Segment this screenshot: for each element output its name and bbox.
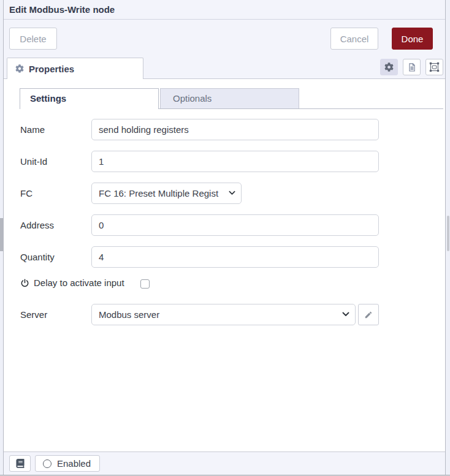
unit-id-input[interactable]: [91, 151, 379, 172]
settings-tab-bar: Settings Optionals: [20, 88, 443, 109]
address-row: Address: [4, 214, 445, 236]
delay-row: Delay to activate input: [4, 278, 445, 291]
edit-node-dialog: Edit Modbus-Write node Delete Cancel Don…: [3, 0, 446, 475]
tab-properties-label: Properties: [29, 64, 74, 74]
book-icon: [16, 459, 25, 468]
address-input[interactable]: [91, 214, 379, 236]
editor-tab-bar: Properties: [4, 56, 445, 79]
circle-toggle-icon: [43, 459, 51, 468]
enabled-toggle-button[interactable]: Enabled: [35, 455, 100, 472]
enabled-label: Enabled: [57, 458, 91, 469]
tab-properties[interactable]: Properties: [7, 58, 143, 79]
dialog-toolbar: Delete Cancel Done: [4, 20, 445, 56]
quantity-label: Quantity: [20, 246, 89, 268]
appearance-button[interactable]: [425, 59, 443, 75]
server-select[interactable]: Modbus server: [91, 304, 356, 325]
name-input[interactable]: [91, 119, 379, 140]
server-label: Server: [20, 304, 89, 325]
fc-select[interactable]: FC 16: Preset Multiple Regist: [91, 183, 242, 204]
pencil-icon: [364, 311, 373, 319]
appearance-frame-icon: [429, 62, 440, 72]
cancel-button[interactable]: Cancel: [330, 28, 378, 50]
quantity-row: Quantity: [4, 246, 445, 268]
name-label: Name: [20, 119, 89, 140]
edit-server-button[interactable]: [358, 304, 379, 325]
tab-optionals[interactable]: Optionals: [160, 88, 299, 108]
unit-id-row: Unit-Id: [4, 151, 445, 172]
node-docs-button[interactable]: [9, 455, 31, 472]
properties-view-button[interactable]: [380, 59, 398, 75]
properties-panel: Settings Optionals Name Unit-Id FC FC 16…: [4, 79, 445, 451]
delay-checkbox[interactable]: [140, 279, 150, 289]
dialog-footer: Enabled: [4, 451, 445, 475]
fc-row: FC FC 16: Preset Multiple Regist: [4, 183, 445, 204]
name-row: Name: [4, 119, 445, 140]
gear-icon: [15, 64, 24, 73]
unit-id-label: Unit-Id: [20, 151, 89, 172]
file-text-icon: [407, 62, 417, 72]
address-label: Address: [20, 214, 89, 236]
server-row: Server Modbus server: [4, 304, 445, 325]
fc-select-wrap: FC 16: Preset Multiple Regist: [91, 183, 242, 204]
done-button[interactable]: Done: [392, 28, 433, 50]
gear-icon: [384, 62, 394, 72]
tab-settings[interactable]: Settings: [20, 88, 159, 109]
left-scrollbar-thumb[interactable]: [0, 218, 3, 251]
power-icon: [20, 278, 29, 288]
fc-label: FC: [20, 183, 89, 204]
description-button[interactable]: [403, 59, 421, 75]
right-scrollbar-thumb[interactable]: [447, 216, 449, 251]
delete-button[interactable]: Delete: [9, 28, 57, 50]
quantity-input[interactable]: [91, 246, 379, 268]
server-select-wrap: Modbus server: [91, 304, 356, 325]
page-title: Edit Modbus-Write node: [4, 0, 445, 20]
delay-label: Delay to activate input: [34, 278, 124, 288]
